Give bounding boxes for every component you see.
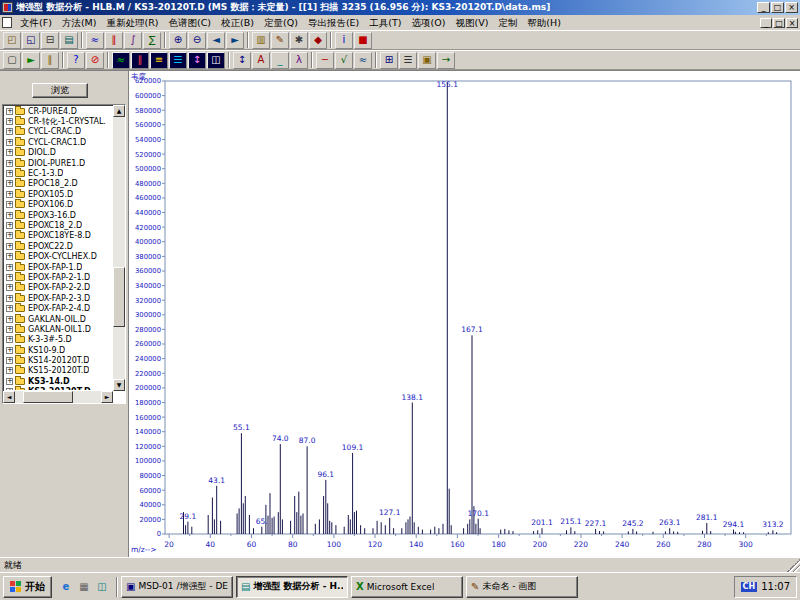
scale-icon[interactable]: ↕ bbox=[233, 52, 251, 69]
child-minimize-button[interactable]: _ bbox=[760, 18, 772, 28]
expand-icon[interactable]: + bbox=[6, 378, 13, 385]
info-icon[interactable]: i bbox=[335, 32, 353, 49]
expand-icon[interactable]: + bbox=[6, 170, 13, 177]
tree-item[interactable]: +KS15-20120T.D bbox=[6, 366, 112, 376]
child-restore-button[interactable]: □ bbox=[773, 18, 785, 28]
calibrate-icon[interactable]: ◆ bbox=[309, 32, 327, 49]
expand-icon[interactable]: + bbox=[6, 139, 13, 146]
zoom-out-icon[interactable]: ⊖ bbox=[188, 32, 206, 49]
child-close-button[interactable]: × bbox=[786, 18, 798, 28]
report-icon[interactable]: ▤ bbox=[60, 32, 78, 49]
tree-item[interactable]: +EPOX-FAP-2-1.D bbox=[6, 272, 112, 282]
quantitate-icon[interactable]: ∑ bbox=[143, 32, 161, 49]
tree-item[interactable]: +K-3-3#-5.D bbox=[6, 335, 112, 345]
expand-icon[interactable]: + bbox=[6, 118, 13, 125]
menu-文件F[interactable]: 文件(F) bbox=[15, 16, 57, 29]
list-icon[interactable]: ☰ bbox=[399, 52, 417, 69]
document-icon[interactable] bbox=[2, 17, 12, 28]
expand-icon[interactable]: + bbox=[6, 243, 13, 250]
tree-item[interactable]: +EPOX-FAP-2-2.D bbox=[6, 283, 112, 293]
scroll-up-icon[interactable]: ▲ bbox=[113, 105, 125, 117]
stacked-view-icon[interactable]: ☰ bbox=[169, 52, 187, 69]
menu-工具T[interactable]: 工具(T) bbox=[364, 16, 406, 29]
expand-icon[interactable]: + bbox=[6, 347, 13, 354]
tree-horizontal-scrollbar[interactable]: ◄ ► bbox=[3, 391, 113, 403]
scroll-right-icon[interactable]: ► bbox=[101, 391, 113, 403]
chromatogram-icon[interactable]: ≈ bbox=[86, 32, 104, 49]
start-button[interactable]: 开始 bbox=[3, 576, 52, 598]
tree-item[interactable]: +EPOX-FAP-2-4.D bbox=[6, 303, 112, 313]
close-button[interactable]: × bbox=[785, 2, 798, 13]
expand-icon[interactable]: + bbox=[6, 253, 13, 260]
expand-icon[interactable]: + bbox=[6, 284, 13, 291]
tree-item[interactable]: +KS14-20120T.D bbox=[6, 355, 112, 365]
tree-item[interactable]: +EPOC18_2.D bbox=[6, 179, 112, 189]
scroll-down-icon[interactable]: ▼ bbox=[113, 379, 125, 391]
spectrum-chart-panel[interactable]: 0200004000060000800001000001200001400001… bbox=[128, 71, 800, 557]
annotate-icon[interactable]: A bbox=[252, 52, 270, 69]
export-icon[interactable]: → bbox=[437, 52, 455, 69]
tic-view-icon[interactable]: ≈ bbox=[112, 52, 130, 69]
smooth-icon[interactable]: ≈ bbox=[354, 52, 372, 69]
expand-icon[interactable]: + bbox=[6, 316, 13, 323]
horizontal-scroll-thumb[interactable] bbox=[23, 391, 73, 403]
expand-icon[interactable]: + bbox=[6, 149, 13, 156]
minimize-button[interactable]: _ bbox=[757, 2, 770, 13]
menu-定量Q[interactable]: 定量(Q) bbox=[259, 16, 303, 29]
expand-icon[interactable]: + bbox=[6, 274, 13, 281]
run-macro-icon[interactable]: ► bbox=[22, 52, 40, 69]
library-search-icon[interactable]: ▥ bbox=[252, 32, 270, 49]
peak-labels-icon[interactable]: λ bbox=[290, 52, 308, 69]
tree-item[interactable]: +EPOXC22.D bbox=[6, 241, 112, 251]
expand-icon[interactable]: + bbox=[6, 160, 13, 167]
tree-item[interactable]: +EC-1-3.D bbox=[6, 168, 112, 178]
tree-item[interactable]: +CYCL-CRAC1.D bbox=[6, 137, 112, 147]
ie-quicklaunch-icon[interactable]: e bbox=[58, 579, 74, 595]
expand-icon[interactable]: + bbox=[6, 232, 13, 239]
help-icon[interactable]: ? bbox=[67, 52, 85, 69]
browse-button[interactable]: 浏览 bbox=[32, 83, 88, 98]
tools-icon[interactable]: ✱ bbox=[290, 32, 308, 49]
language-indicator[interactable]: CH bbox=[741, 582, 758, 592]
task-button[interactable]: ✎未命名 - 画图 bbox=[466, 576, 578, 598]
task-button[interactable]: XMicrosoft Excel bbox=[351, 576, 463, 598]
expand-icon[interactable]: + bbox=[6, 264, 13, 271]
mirror-view-icon[interactable]: ↕ bbox=[188, 52, 206, 69]
expand-icon[interactable]: + bbox=[6, 108, 13, 115]
tree-item[interactable]: +KS3-14.D bbox=[6, 376, 112, 386]
menu-方法M[interactable]: 方法(M) bbox=[57, 16, 102, 29]
menu-校正B[interactable]: 校正(B) bbox=[216, 16, 259, 29]
baseline-icon[interactable]: _ bbox=[271, 52, 289, 69]
pause-icon[interactable]: ∥ bbox=[41, 52, 59, 69]
chemstation-quicklaunch-icon[interactable]: ◫ bbox=[94, 579, 110, 595]
expand-icon[interactable]: + bbox=[6, 305, 13, 312]
previous-scan-icon[interactable]: ◄ bbox=[207, 32, 225, 49]
task-button[interactable]: ▣MSD-01 /增强型 - DE... bbox=[121, 576, 233, 598]
menu-选项O[interactable]: 选项(O) bbox=[407, 16, 451, 29]
spectrum-view-icon[interactable]: ∥ bbox=[131, 52, 149, 69]
restore-button[interactable]: □ bbox=[771, 2, 784, 13]
integrate-icon[interactable]: ∫ bbox=[124, 32, 142, 49]
expand-icon[interactable]: + bbox=[6, 128, 13, 135]
expand-icon[interactable]: + bbox=[6, 222, 13, 229]
scroll-left-icon[interactable]: ◄ bbox=[3, 391, 15, 403]
menu-重新处理R[interactable]: 重新处理(R) bbox=[102, 16, 164, 29]
menu-导出报告E[interactable]: 导出报告(E) bbox=[303, 16, 364, 29]
expand-icon[interactable]: + bbox=[6, 201, 13, 208]
resize-grip[interactable] bbox=[787, 559, 800, 572]
task-button[interactable]: ▤增强型 数据分析 - H... bbox=[236, 576, 348, 598]
expand-icon[interactable]: + bbox=[6, 191, 13, 198]
expand-icon[interactable]: + bbox=[6, 367, 13, 374]
menu-帮助H[interactable]: 帮助(H) bbox=[522, 16, 566, 29]
load-data-file-icon[interactable]: ◰ bbox=[3, 32, 21, 49]
table-icon[interactable]: ⊞ bbox=[380, 52, 398, 69]
tree-item[interactable]: +KS3-20120T.D bbox=[6, 387, 112, 390]
tree-item[interactable]: +CR-转化-1-CRYSTAL. bbox=[6, 116, 112, 126]
overlay-view-icon[interactable]: ≡ bbox=[150, 52, 168, 69]
vertical-scroll-thumb[interactable] bbox=[113, 267, 125, 327]
tree-item[interactable]: +CYCL-CRAC.D bbox=[6, 127, 112, 137]
expand-icon[interactable]: + bbox=[6, 326, 13, 333]
menu-视图V[interactable]: 视图(V) bbox=[450, 16, 493, 29]
copy-window-icon[interactable]: ▣ bbox=[418, 52, 436, 69]
expand-icon[interactable]: + bbox=[6, 357, 13, 364]
